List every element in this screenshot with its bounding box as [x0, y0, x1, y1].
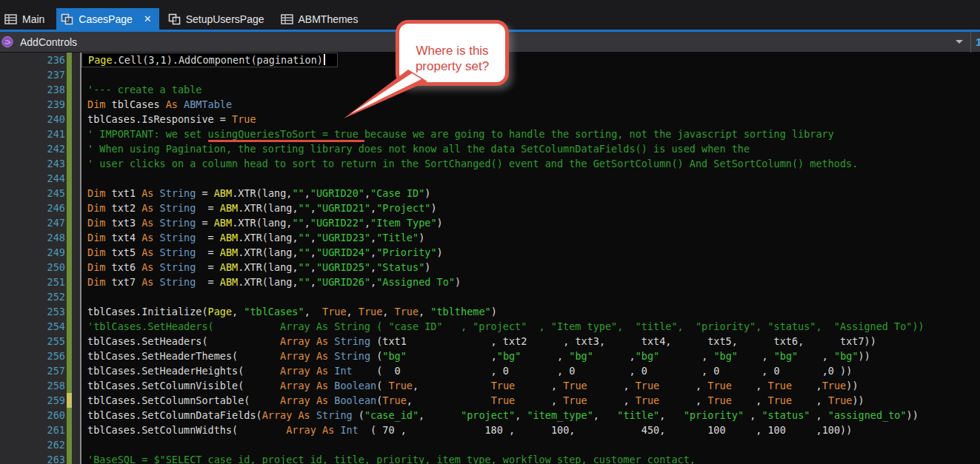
gutter[interactable]: 262 [0, 437, 81, 452]
sub-navigator-label: AddControls [20, 36, 77, 48]
tab-ABMThemes[interactable]: ABMThemes [276, 8, 366, 30]
code-line-text[interactable]: Dim txt6 As String = ABM.XTR(lang,"","UG… [81, 260, 430, 275]
code-line-text[interactable]: tblCases.SetColumnVisible( Array As Bool… [81, 378, 859, 393]
code-line-text[interactable]: Page.Cell(3,1).AddComponent(pagination) [81, 53, 338, 67]
code-token: True [395, 306, 419, 317]
code-line-text[interactable] [81, 437, 87, 452]
code-line-text[interactable]: Dim txt7 As String = ABM.XTR(lang,"","UG… [81, 275, 461, 289]
code-line-text[interactable]: tblCases.SetHeaderHeights( Array As Int … [81, 363, 852, 378]
code-token: "UGRID26" [316, 276, 370, 288]
code-line-text[interactable]: Dim txt2 As String = ABM.XTR(lang,"","UG… [81, 201, 437, 215]
page-icon [61, 13, 73, 25]
gutter[interactable]: 241 [0, 127, 81, 141]
gutter[interactable]: 258 [0, 378, 81, 393]
code-line-text[interactable]: '--- create a table [81, 82, 201, 97]
chevron-down-icon[interactable] [956, 40, 963, 44]
code-line-text[interactable]: tblCases.SetColumnDataFields(Array As St… [81, 408, 919, 423]
code-line-text[interactable]: ' IMPORTANT: we set usingQueriesToSort =… [81, 127, 834, 141]
code-line-text[interactable]: tblCases.Initialize(Page, "tblCases", Tr… [81, 304, 497, 319]
callout-text-line1: Where is this [399, 43, 505, 58]
code-line-text[interactable]: Dim txt1 As String = ABM.XTR(lang,"","UG… [81, 186, 430, 201]
code-line-text[interactable]: Dim txt5 As String = ABM.XTR(lang,"","UG… [81, 245, 443, 260]
saved-change-marker [67, 378, 72, 393]
module-icon [4, 13, 17, 25]
code-token: , [364, 217, 370, 229]
code-token: )) [859, 350, 870, 362]
code-line-text[interactable]: ' When using Pagination, the sorting lib… [81, 141, 750, 156]
saved-change-marker [67, 82, 72, 97]
code-token: As [166, 98, 178, 110]
code-line-text[interactable] [81, 171, 87, 186]
gutter[interactable]: 259 [0, 393, 81, 408]
gutter[interactable]: 238 [0, 82, 81, 97]
code-line-text[interactable]: Dim tblCases As ABMTable [81, 97, 232, 112]
code-token: String [153, 232, 196, 243]
code-token: ( 70 , 180 , 100, 450, 100 , 100 ,100)) [359, 424, 852, 436]
code-token: , [304, 187, 310, 199]
code-line-text[interactable]: tblCases.IsResponsive = True [81, 112, 256, 127]
gutter[interactable]: 237 [0, 67, 81, 82]
tab-Main[interactable]: Main [0, 8, 52, 30]
code-token: "Status" [376, 261, 424, 273]
gutter[interactable]: 246 [0, 201, 81, 215]
close-tab-icon[interactable]: ✕ [144, 14, 152, 24]
code-token: .XTR(lang, [232, 217, 292, 229]
gutter[interactable]: 261 [0, 423, 81, 437]
gutter[interactable]: 243 [0, 156, 81, 171]
gutter[interactable]: 253 [0, 304, 81, 319]
gutter[interactable]: 260 [0, 408, 81, 423]
code-token: As [141, 187, 153, 199]
code-line-text[interactable]: tblCases.SetColumnSortable( Array As Boo… [81, 393, 864, 408]
code-token: "Project" [376, 202, 430, 214]
code-editor[interactable]: 236Page.Cell(3,1).AddComponent(paginatio… [0, 53, 980, 464]
code-token: , [310, 232, 316, 243]
code-line-text[interactable]: tblCases.SetHeaders( Array As String (tx… [81, 334, 876, 349]
gutter[interactable]: 252 [0, 289, 81, 304]
gutter[interactable]: 263 [0, 452, 81, 464]
gutter[interactable]: 257 [0, 363, 81, 378]
code-token: "UGRID21" [316, 202, 370, 214]
code-line-text[interactable]: ' user clicks on a column head to sort t… [81, 156, 858, 171]
line-number: 256 [0, 349, 65, 363]
code-token: .XTR(lang, [238, 202, 298, 214]
gutter[interactable]: 256 [0, 349, 81, 363]
gutter[interactable]: 240 [0, 112, 81, 127]
gutter[interactable]: 236 [0, 53, 81, 67]
code-line-text[interactable]: Dim txt3 As String = ABM.XTR(lang,"","UG… [81, 215, 443, 230]
code-token: ABMTable [178, 98, 232, 110]
gutter[interactable]: 248 [0, 230, 81, 245]
code-line-text[interactable]: tblCases.SetColumnWidths( Array As Int (… [81, 423, 852, 437]
code-token: , [382, 306, 394, 317]
code-line-text[interactable]: tblCases.SetHeaderThemes( Array As Strin… [81, 349, 870, 363]
gutter[interactable]: 251 [0, 275, 81, 289]
saved-change-marker [67, 171, 72, 186]
gutter[interactable]: 250 [0, 260, 81, 275]
code-token: Dim [87, 217, 105, 229]
code-token: Boolean [334, 394, 376, 406]
code-line-text[interactable] [81, 289, 87, 304]
gutter[interactable]: 254 [0, 319, 81, 334]
code-line-text[interactable]: 'BaseSQL = $"SELECT case_id, project_id,… [81, 452, 696, 464]
code-token: 'tblCases.SetHeaders( Array As String ( … [87, 320, 924, 332]
code-token: True [232, 113, 256, 125]
code-line-text[interactable] [81, 67, 87, 82]
code-line-text[interactable]: Dim txt4 As String = ABM.XTR(lang,"","UG… [81, 230, 424, 245]
tab-SetupUsersPage[interactable]: SetupUsersPage [164, 8, 272, 30]
line-number: 257 [0, 363, 65, 378]
saved-change-marker [67, 423, 72, 437]
gutter[interactable]: 244 [0, 171, 81, 186]
code-token: True [707, 394, 732, 406]
gutter[interactable]: 255 [0, 334, 81, 349]
code-line-text[interactable]: 'tblCases.SetHeaders( Array As String ( … [81, 319, 924, 334]
gutter[interactable]: 249 [0, 245, 81, 260]
code-token: , [587, 394, 636, 406]
tab-CasesPage[interactable]: CasesPage✕ [56, 8, 159, 30]
gutter[interactable]: 242 [0, 141, 81, 156]
gutter[interactable]: 247 [0, 215, 81, 230]
code-token: txt2 [105, 202, 141, 214]
gutter[interactable]: 245 [0, 186, 81, 201]
code-line-row-252: 252 [0, 289, 980, 304]
code-token: Array [286, 424, 316, 436]
gutter[interactable]: 239 [0, 97, 81, 112]
code-token: Dim [87, 187, 105, 199]
